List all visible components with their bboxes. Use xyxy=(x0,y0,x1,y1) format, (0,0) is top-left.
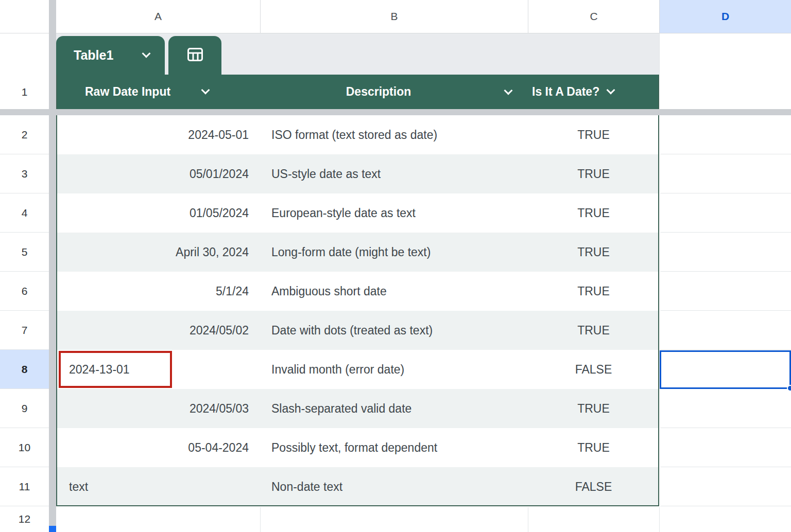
cell-d9[interactable] xyxy=(660,389,791,428)
cell-d5[interactable] xyxy=(660,233,791,272)
row-header-11[interactable]: 11 xyxy=(0,467,49,506)
table-row-2: 2024-05-01 ISO format (text stored as da… xyxy=(56,115,659,154)
table-row-9: 2024/05/03 Slash-separated valid date TR… xyxy=(56,389,659,428)
table-row-5: April 30, 2024 Long-form date (might be … xyxy=(56,233,659,272)
cell-a3[interactable]: 05/01/2024 xyxy=(56,154,260,193)
cell-b8[interactable]: Invalid month (error date) xyxy=(260,350,528,389)
cell-a5[interactable]: April 30, 2024 xyxy=(56,233,260,272)
cell-b6[interactable]: Ambiguous short date xyxy=(260,272,528,311)
cell-c3[interactable]: TRUE xyxy=(528,154,659,193)
column-header-c[interactable]: C xyxy=(528,0,659,33)
table-row-7: 2024/05/02 Date with dots (treated as te… xyxy=(56,311,659,350)
active-cell-selection-d8[interactable] xyxy=(660,350,791,389)
row-header-7[interactable]: 7 xyxy=(0,311,49,350)
header-label: Raw Date Input xyxy=(85,85,170,99)
cell-b11[interactable]: Non-date text xyxy=(260,467,528,506)
row-header-10[interactable]: 10 xyxy=(0,428,49,467)
row-header-2[interactable]: 2 xyxy=(0,115,49,154)
cell-b2[interactable]: ISO format (text stored as date) xyxy=(260,115,528,154)
header-cell-raw-date-input[interactable]: Raw Date Input xyxy=(56,75,260,109)
header-label: Is It A Date? xyxy=(532,85,599,99)
header-cell-is-it-a-date[interactable]: Is It A Date? xyxy=(528,75,659,109)
header-label: Description xyxy=(346,85,411,99)
cell-a10[interactable]: 05-04-2024 xyxy=(56,428,260,467)
table-grid-icon xyxy=(187,47,203,64)
frozen-row-divider[interactable] xyxy=(0,109,791,115)
cell-b5[interactable]: Long-form date (might be text) xyxy=(260,233,528,272)
cell-c10[interactable]: TRUE xyxy=(528,428,659,467)
cell-c2[interactable]: TRUE xyxy=(528,115,659,154)
row-header-6[interactable]: 6 xyxy=(0,272,49,311)
fill-handle[interactable] xyxy=(787,385,791,392)
column-header-a[interactable]: A xyxy=(56,0,260,33)
table-name-tab[interactable]: Table1 xyxy=(56,36,165,75)
gridline xyxy=(528,507,528,532)
table-row-10: 05-04-2024 Possibly text, format depende… xyxy=(56,428,659,467)
cell-b4[interactable]: European-style date as text xyxy=(260,193,528,233)
cell-d10[interactable] xyxy=(660,428,791,467)
row-header-4[interactable]: 4 xyxy=(0,193,49,233)
cell-d3[interactable] xyxy=(660,154,791,193)
row-header-9[interactable]: 9 xyxy=(0,389,49,428)
table-row-3: 05/01/2024 US-style date as text TRUE xyxy=(56,154,659,193)
table-row-4: 01/05/2024 European-style date as text T… xyxy=(56,193,659,233)
column-menu-chevron-icon[interactable] xyxy=(504,86,513,95)
cell-d6[interactable] xyxy=(660,272,791,311)
table-header-row: Raw Date Input Description Is It A Date? xyxy=(56,75,659,109)
select-all-corner[interactable] xyxy=(0,0,49,33)
cell-b10[interactable]: Possibly text, format dependent xyxy=(260,428,528,467)
cell-a11[interactable]: text xyxy=(56,467,260,506)
table-body: 2024-05-01 ISO format (text stored as da… xyxy=(56,115,659,506)
row-header-8-selected[interactable]: 8 xyxy=(0,350,49,389)
cell-a8-invalid-date[interactable]: 2024-13-01 xyxy=(56,350,260,389)
column-header-b[interactable]: B xyxy=(260,0,528,33)
gridline xyxy=(659,33,660,75)
column-menu-chevron-icon[interactable] xyxy=(607,86,615,95)
cell-c6[interactable]: TRUE xyxy=(528,272,659,311)
frozen-column-divider[interactable] xyxy=(49,0,56,532)
frozen-pane-handle[interactable] xyxy=(49,526,56,532)
cell-a4[interactable]: 01/05/2024 xyxy=(56,193,260,233)
cell-d7[interactable] xyxy=(660,311,791,350)
cell-a9[interactable]: 2024/05/03 xyxy=(56,389,260,428)
cell-c9[interactable]: TRUE xyxy=(528,389,659,428)
row-header-5[interactable]: 5 xyxy=(0,233,49,272)
cell-d2[interactable] xyxy=(660,115,791,154)
row-12-cells[interactable] xyxy=(56,507,660,532)
header-cell-description[interactable]: Description xyxy=(260,75,528,109)
row-header-label: 1 xyxy=(22,75,28,109)
cell-c4[interactable]: TRUE xyxy=(528,193,659,233)
cell-c11[interactable]: FALSE xyxy=(528,467,659,506)
cell-b3[interactable]: US-style date as text xyxy=(260,154,528,193)
cell-d11[interactable] xyxy=(660,467,791,506)
cell-c7[interactable]: TRUE xyxy=(528,311,659,350)
table-options-tab[interactable] xyxy=(168,36,221,75)
cell-c5[interactable]: TRUE xyxy=(528,233,659,272)
cell-b7[interactable]: Date with dots (treated as text) xyxy=(260,311,528,350)
row-header-1[interactable]: 1 xyxy=(0,33,49,109)
table-name-label: Table1 xyxy=(74,48,113,63)
spreadsheet: A B C D 1 2 3 4 5 6 7 8 9 10 11 12 Table… xyxy=(0,0,791,532)
chevron-down-icon[interactable] xyxy=(142,49,151,58)
cell-c8[interactable]: FALSE xyxy=(528,350,659,389)
table-row-11: text Non-date text FALSE xyxy=(56,467,659,506)
row-header-12[interactable]: 12 xyxy=(0,506,49,532)
column-header-d-selected[interactable]: D xyxy=(659,0,791,33)
gridline xyxy=(260,507,261,532)
column-menu-chevron-icon[interactable] xyxy=(201,86,210,95)
column-d-cells xyxy=(660,115,791,506)
cell-a2[interactable]: 2024-05-01 xyxy=(56,115,260,154)
cell-b9[interactable]: Slash-separated valid date xyxy=(260,389,528,428)
table-row-8: 2024-13-01 Invalid month (error date) FA… xyxy=(56,350,659,389)
cell-d4[interactable] xyxy=(660,193,791,233)
table-row-6: 5/1/24 Ambiguous short date TRUE xyxy=(56,272,659,311)
cell-a7[interactable]: 2024/05/02 xyxy=(56,311,260,350)
cell-a6[interactable]: 5/1/24 xyxy=(56,272,260,311)
row-header-3[interactable]: 3 xyxy=(0,154,49,193)
